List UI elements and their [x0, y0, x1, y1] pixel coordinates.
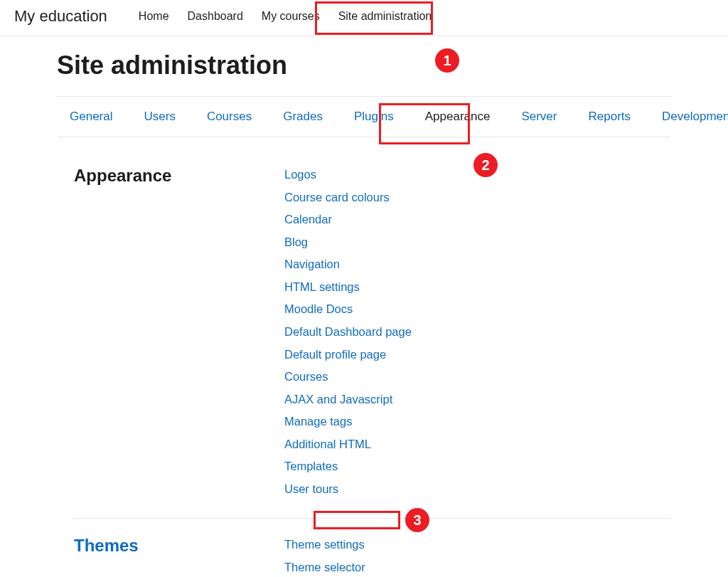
nav-site-administration[interactable]: Site administration — [336, 9, 435, 24]
nav-dashboard[interactable]: Dashboard — [185, 9, 246, 24]
tab-development[interactable]: Development — [659, 105, 728, 128]
tab-reports[interactable]: Reports — [585, 105, 633, 128]
tab-general[interactable]: General — [67, 105, 115, 128]
section-appearance: Appearance Logos Course card colours Cal… — [57, 166, 671, 498]
link-theme-selector[interactable]: Theme selector — [284, 559, 365, 577]
link-course-card-colours[interactable]: Course card colours — [284, 189, 412, 207]
main-container: Site administration General Users Course… — [0, 36, 728, 577]
link-blog[interactable]: Blog — [284, 233, 412, 252]
brand-title: My education — [14, 7, 107, 26]
tab-courses[interactable]: Courses — [204, 105, 255, 128]
link-templates[interactable]: Templates — [284, 457, 412, 476]
link-navigation[interactable]: Navigation — [284, 255, 412, 274]
link-logos[interactable]: Logos — [284, 166, 412, 184]
tab-appearance[interactable]: Appearance — [422, 105, 493, 128]
link-additional-html[interactable]: Additional HTML — [284, 435, 412, 454]
nav-my-courses[interactable]: My courses — [259, 9, 323, 24]
link-ajax-js[interactable]: AJAX and Javascript — [284, 391, 412, 409]
link-default-profile[interactable]: Default profile page — [284, 346, 412, 364]
tab-users[interactable]: Users — [141, 105, 178, 128]
page-title: Site administration — [57, 51, 671, 80]
tab-plugins[interactable]: Plugins — [351, 105, 397, 128]
section-divider — [74, 518, 671, 519]
top-nav: My education Home Dashboard My courses S… — [0, 0, 728, 36]
section-heading-themes[interactable]: Themes — [57, 536, 284, 556]
themes-links: Theme settings Theme selector Boost Clas… — [284, 536, 365, 577]
section-themes: Themes Theme settings Theme selector Boo… — [57, 536, 671, 577]
tab-server[interactable]: Server — [518, 105, 560, 128]
link-user-tours[interactable]: User tours — [284, 480, 412, 499]
link-moodle-docs[interactable]: Moodle Docs — [284, 300, 412, 319]
link-manage-tags[interactable]: Manage tags — [284, 413, 412, 431]
section-heading-appearance: Appearance — [57, 166, 284, 186]
link-default-dashboard[interactable]: Default Dashboard page — [284, 323, 412, 342]
top-nav-items: Home Dashboard My courses Site administr… — [136, 9, 434, 24]
nav-home[interactable]: Home — [136, 9, 172, 24]
link-theme-settings[interactable]: Theme settings — [284, 536, 365, 554]
tab-grades[interactable]: Grades — [280, 105, 326, 128]
link-html-settings[interactable]: HTML settings — [284, 278, 412, 297]
admin-tabs: General Users Courses Grades Plugins App… — [57, 96, 671, 137]
appearance-links: Logos Course card colours Calendar Blog … — [284, 166, 412, 498]
link-calendar[interactable]: Calendar — [284, 211, 412, 229]
link-courses[interactable]: Courses — [284, 368, 412, 386]
